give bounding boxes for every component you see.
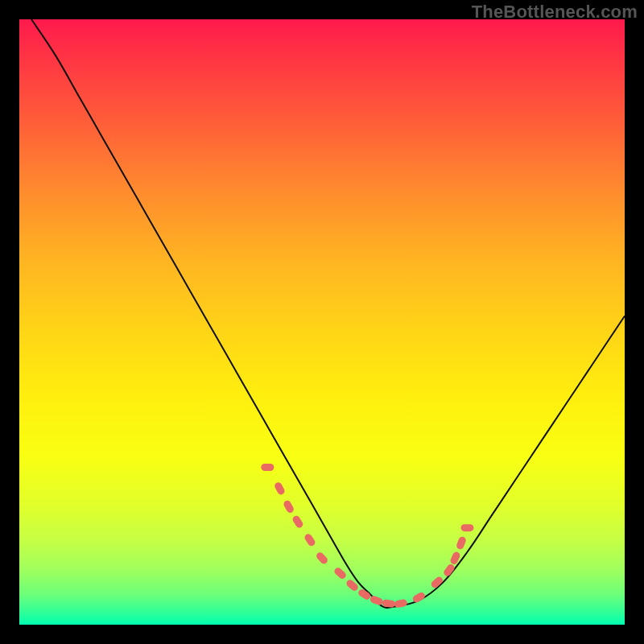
highlight-marker [283, 499, 295, 514]
highlight-markers [261, 464, 473, 609]
highlight-marker [291, 514, 304, 529]
highlight-marker [357, 588, 371, 601]
highlight-marker [274, 481, 287, 496]
highlight-marker [303, 533, 316, 547]
highlight-marker [261, 464, 274, 471]
bottleneck-curve [31, 19, 625, 608]
highlight-marker [333, 566, 348, 580]
chart-area [19, 19, 625, 625]
highlight-marker [460, 524, 473, 531]
highlight-marker [394, 599, 407, 609]
highlight-marker [456, 535, 467, 550]
chart-svg [19, 19, 625, 625]
highlight-marker [315, 551, 328, 565]
